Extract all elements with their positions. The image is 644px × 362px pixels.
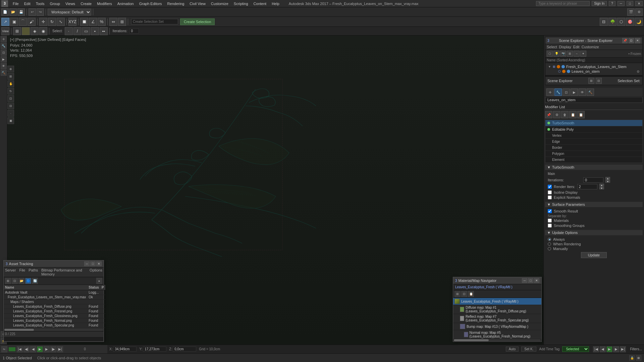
tab-utility[interactable]: 🔨 — [587, 88, 594, 96]
anim-last[interactable]: ▶| — [57, 346, 63, 352]
vl-point[interactable]: · — [7, 110, 14, 117]
mod-config-btn[interactable]: ⚙ — [553, 111, 560, 118]
render-setup-btn[interactable]: 🎯 — [626, 18, 634, 26]
anim-play[interactable]: ▶ — [37, 346, 43, 352]
anim-prev-frame[interactable]: ◀ — [30, 346, 36, 352]
manually-radio[interactable] — [548, 247, 551, 250]
right-anim-prev[interactable]: ◀ — [600, 346, 606, 352]
filter-spline[interactable]: ～ — [574, 51, 580, 57]
filter-cam[interactable]: 📷 — [560, 51, 566, 57]
asset-tb-4[interactable]: 🔵 — [25, 278, 31, 284]
smooth-result-checkbox[interactable] — [548, 209, 552, 213]
asset-tb-3[interactable]: 📂 — [18, 278, 24, 284]
mat-item-2[interactable]: Reflect map: Map #7 (Leaves_Eucalyptus_F… — [453, 314, 541, 323]
render-btn[interactable]: 🎬 — [627, 8, 635, 16]
y-input[interactable] — [143, 347, 166, 352]
asset-search-input[interactable] — [4, 337, 104, 342]
anim-prev-key[interactable]: ◀| — [23, 346, 30, 352]
asset-row-1[interactable]: Fresh_Eucalyptus_Leaves_on_Stem_max_vray… — [4, 295, 105, 300]
lt-modify[interactable]: 🔧 — [1, 43, 7, 49]
section-update-options[interactable]: ▼ Update Options — [545, 230, 643, 235]
asset-maximize[interactable]: □ — [90, 261, 96, 266]
section-surface-params[interactable]: ▼ Surface Parameters — [545, 202, 643, 207]
close-button[interactable]: ✕ — [635, 1, 643, 6]
shade-btn[interactable]: ◉ — [39, 27, 47, 35]
save-btn[interactable]: 💾 — [17, 8, 25, 16]
status-icon-2[interactable]: ⊞ — [636, 355, 641, 361]
anim-first[interactable]: |◀ — [17, 346, 23, 352]
iterations-param-input[interactable] — [583, 177, 603, 183]
vl-zoom-region[interactable]: ⊞ — [7, 73, 14, 80]
anim-next-frame[interactable]: ▶ — [44, 346, 50, 352]
mat-item-1[interactable]: Diffuse map: Map #1 (Leaves_Eucalyptus_F… — [453, 305, 541, 314]
always-radio[interactable] — [548, 238, 551, 241]
z-input[interactable] — [173, 347, 196, 352]
vl-pan[interactable]: ✋ — [7, 80, 14, 87]
tree-item-mesh[interactable]: ⬡ Leaves_on_stem ⚙ — [547, 69, 641, 74]
vl-orbit[interactable]: ↻ — [7, 88, 14, 95]
isoline-checkbox[interactable] — [548, 190, 552, 194]
redo-btn[interactable]: ↪ — [37, 8, 44, 16]
asset-row-7[interactable]: Leaves_Eucalyptus_Fresh_Specular.png Fou… — [4, 323, 105, 328]
mod-sub-edge[interactable]: Edge — [545, 139, 642, 145]
filter-light[interactable]: 💡 — [553, 51, 559, 57]
select-tool[interactable]: ↗ — [1, 18, 9, 26]
mat-item-4[interactable]: Normal map: Map #5 (Leaves_Eucalyptus_Fr… — [453, 330, 541, 338]
angle-snap[interactable]: ∠ — [89, 18, 97, 26]
mat-tb-1[interactable]: ⊞ — [454, 291, 461, 297]
select-region-tool[interactable]: ▣ — [10, 18, 18, 26]
menu-customize[interactable]: Customize — [208, 1, 231, 6]
render-iters-input[interactable] — [577, 184, 597, 189]
mat-close[interactable]: ✕ — [534, 278, 539, 283]
asset-tb-6[interactable]: ▸ — [96, 278, 102, 284]
maximize-button[interactable]: □ — [627, 1, 633, 6]
sel-border-btn[interactable]: ▭ — [82, 27, 90, 35]
workspace-selector[interactable]: Workspace: Default — [48, 9, 91, 15]
scene-menu-select[interactable]: Select — [547, 45, 557, 49]
scene-menu-display[interactable]: Display — [559, 45, 571, 49]
scene-nav-btn2[interactable]: ⊟ — [596, 78, 602, 84]
mod-pin-btn[interactable]: 📌 — [545, 111, 552, 118]
asset-row-5[interactable]: Leaves_Eucalyptus_Fresh_Glossiness.png F… — [4, 314, 105, 318]
mat-tb-3[interactable]: 📋 — [468, 291, 474, 297]
asset-row-0[interactable]: Autodesk Vault Logg... — [4, 290, 105, 295]
x-input[interactable] — [113, 347, 137, 352]
asset-scrollbar-thumb[interactable] — [4, 329, 34, 331]
right-anim-play[interactable]: ▶ — [606, 346, 612, 352]
selection-set-input[interactable] — [131, 19, 178, 24]
set-key-button[interactable]: Set K. — [521, 347, 536, 352]
mod-copy-btn[interactable]: 📋 — [569, 111, 577, 118]
help-icon[interactable]: ? — [609, 1, 615, 6]
right-anim-first[interactable]: |◀ — [593, 346, 599, 352]
filter-geo[interactable]: ⬡ — [547, 51, 553, 57]
move-tool[interactable]: ✛ — [39, 18, 47, 26]
anim-next-key[interactable]: |▶ — [50, 346, 56, 352]
filters-btn[interactable]: Filters... — [630, 347, 642, 351]
render-iters-checkbox[interactable] — [548, 185, 552, 189]
vl-field[interactable]: ⊡ — [7, 95, 14, 102]
obj-props-btn[interactable]: ⊞ — [13, 27, 21, 35]
tab-hierarchy[interactable]: ⊡ — [562, 88, 570, 96]
lt-motion[interactable]: ▶ — [1, 56, 7, 62]
menu-modifiers[interactable]: Modifiers — [94, 1, 115, 6]
scene-exp-btn[interactable]: 🌳 — [608, 18, 616, 26]
asset-row-2[interactable]: Maps / Shaders — [4, 300, 105, 304]
view-btn[interactable]: View — [1, 27, 9, 35]
ref-coord-btn[interactable]: XYZ — [68, 18, 76, 26]
mat-minimize[interactable]: ─ — [522, 278, 527, 283]
menu-group[interactable]: Group — [47, 1, 63, 6]
key-filters-btn[interactable]: Iv. — [1, 346, 7, 352]
tree-item-root[interactable]: ▼ ⊞ Fresh_Eucalyptus_Leaves_on_Stem — [547, 64, 641, 69]
sel-poly-btn[interactable]: ▪ — [91, 27, 99, 35]
asset-row-4[interactable]: Leaves_Eucalyptus_Fresh_Fresnel.png Foun… — [4, 309, 105, 314]
mode-dropdown[interactable]: Selected — [562, 346, 589, 352]
menu-scripting[interactable]: Scripting — [231, 1, 251, 6]
mat-maximize[interactable]: □ — [528, 278, 533, 283]
asset-tb-5[interactable]: 🔄 — [32, 278, 38, 284]
smoothing-groups-checkbox[interactable] — [548, 224, 552, 228]
asset-minimize[interactable]: ─ — [84, 261, 90, 266]
wire-btn[interactable]: ◈ — [31, 27, 39, 35]
open-btn[interactable]: 📂 — [9, 8, 17, 16]
lt-utility[interactable]: 🔨 — [1, 70, 7, 76]
snap-toggle[interactable]: 🔲 — [80, 18, 88, 26]
